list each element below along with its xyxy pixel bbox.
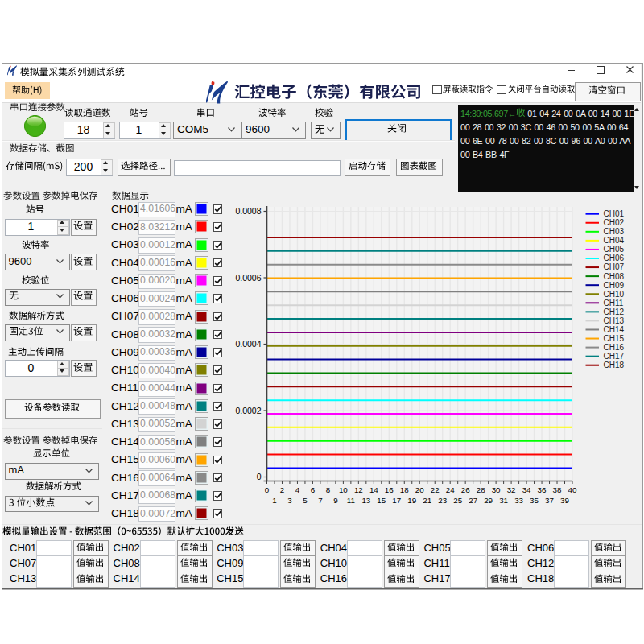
- svg-text:CH07: CH07: [604, 262, 625, 271]
- svg-text:CH15: CH15: [604, 334, 625, 343]
- svg-text:12: 12: [354, 485, 363, 494]
- svg-text:11: 11: [347, 496, 355, 505]
- svg-text:0: 0: [257, 472, 262, 481]
- svg-text:CH08: CH08: [604, 272, 625, 281]
- svg-text:CH05: CH05: [604, 245, 625, 254]
- svg-text:0.0008: 0.0008: [235, 206, 261, 216]
- svg-text:36: 36: [538, 485, 547, 494]
- svg-text:35: 35: [530, 496, 539, 505]
- svg-text:21: 21: [423, 496, 431, 505]
- svg-text:6: 6: [311, 485, 316, 494]
- svg-text:38: 38: [553, 485, 562, 494]
- svg-text:34: 34: [522, 485, 531, 494]
- svg-text:28: 28: [477, 485, 485, 494]
- svg-text:CH12: CH12: [604, 308, 625, 316]
- svg-text:0: 0: [265, 485, 270, 494]
- svg-text:19: 19: [407, 496, 416, 505]
- svg-text:26: 26: [461, 485, 470, 494]
- svg-text:CH16: CH16: [604, 343, 625, 352]
- svg-text:9: 9: [333, 496, 337, 505]
- svg-text:0.0004: 0.0004: [235, 339, 261, 349]
- svg-text:0.0006: 0.0006: [235, 273, 261, 283]
- svg-text:14: 14: [369, 485, 378, 494]
- svg-text:CH10: CH10: [604, 290, 625, 299]
- svg-text:23: 23: [438, 496, 447, 505]
- svg-text:CH02: CH02: [604, 218, 625, 227]
- svg-text:CH11: CH11: [604, 299, 624, 308]
- svg-text:CH03: CH03: [604, 227, 625, 236]
- svg-text:30: 30: [492, 485, 501, 494]
- svg-text:7: 7: [318, 496, 322, 505]
- svg-text:CH01: CH01: [604, 209, 625, 218]
- svg-text:40: 40: [568, 485, 577, 494]
- svg-text:29: 29: [484, 496, 493, 505]
- svg-text:32: 32: [507, 485, 516, 494]
- svg-text:25: 25: [453, 496, 462, 505]
- svg-text:3: 3: [287, 496, 292, 505]
- svg-text:CH14: CH14: [604, 325, 625, 334]
- svg-text:1: 1: [272, 496, 276, 505]
- svg-text:20: 20: [415, 485, 424, 494]
- svg-text:24: 24: [446, 485, 455, 494]
- svg-text:39: 39: [560, 496, 569, 505]
- svg-text:10: 10: [339, 485, 348, 494]
- svg-text:4: 4: [295, 485, 300, 494]
- svg-text:CH18: CH18: [604, 361, 625, 369]
- svg-text:16: 16: [385, 485, 394, 494]
- svg-text:13: 13: [361, 496, 370, 505]
- svg-text:CH06: CH06: [604, 254, 625, 262]
- svg-text:CH13: CH13: [604, 316, 625, 325]
- svg-text:8: 8: [326, 485, 331, 494]
- svg-text:CH09: CH09: [604, 281, 625, 290]
- svg-text:CH17: CH17: [604, 352, 625, 361]
- svg-text:17: 17: [392, 496, 401, 505]
- svg-text:37: 37: [545, 496, 554, 505]
- svg-text:5: 5: [303, 496, 308, 505]
- svg-text:CH04: CH04: [604, 236, 625, 245]
- svg-text:0.0002: 0.0002: [235, 406, 261, 415]
- svg-text:27: 27: [469, 496, 477, 505]
- svg-text:18: 18: [400, 485, 409, 494]
- svg-text:2: 2: [280, 485, 284, 494]
- svg-text:15: 15: [377, 496, 386, 505]
- svg-text:31: 31: [499, 496, 508, 505]
- svg-text:22: 22: [431, 485, 440, 494]
- svg-text:33: 33: [514, 496, 523, 505]
